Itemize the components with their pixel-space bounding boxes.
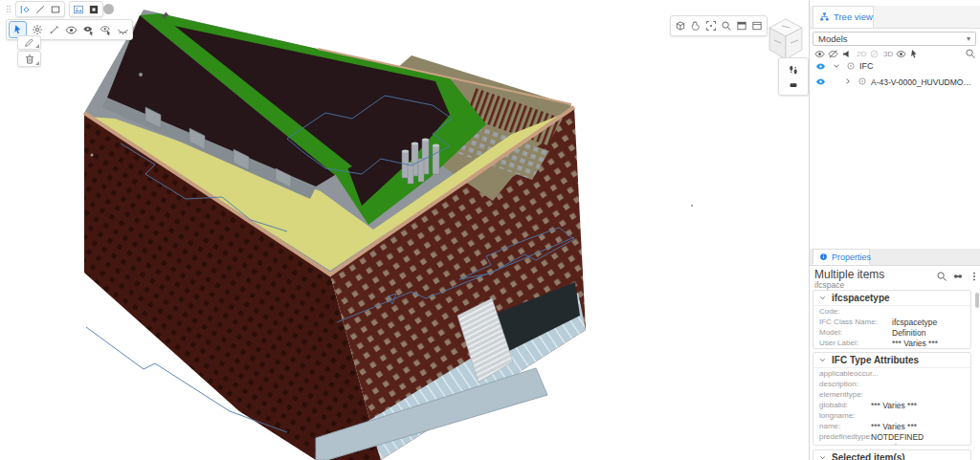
rectangle-tool-icon[interactable] <box>50 4 61 15</box>
property-row: IFC Class Name:ifcspacetype <box>813 317 970 327</box>
select-region-icon[interactable] <box>19 4 31 15</box>
filled-square-icon[interactable] <box>88 4 100 15</box>
pin-icon[interactable] <box>159 11 170 22</box>
building-model-canvas[interactable] <box>0 0 809 460</box>
property-row: name:*** Varies *** <box>813 421 970 431</box>
section-header[interactable]: IFC Type Attributes <box>813 353 970 368</box>
property-row: globalid:*** Varies *** <box>813 400 970 410</box>
trash-icon <box>24 54 35 65</box>
chevron-down-icon <box>818 356 827 364</box>
focus-icon[interactable] <box>705 20 717 32</box>
orbit-icon[interactable] <box>675 20 686 32</box>
properties-title: Multiple items <box>814 268 884 281</box>
chevron-down-icon <box>818 294 827 302</box>
markup-icon[interactable] <box>47 24 61 35</box>
tree-row-ifc[interactable]: IFC <box>810 59 978 74</box>
section-title: Selected item(s) <box>832 452 905 460</box>
property-row: Code: <box>813 306 970 317</box>
megaphone-icon[interactable] <box>841 49 852 59</box>
chevron-right-icon[interactable] <box>843 77 853 86</box>
gear-icon[interactable] <box>30 24 44 35</box>
panel-outline-icon[interactable] <box>751 20 763 32</box>
2d-mode-label[interactable]: 2D <box>857 50 866 58</box>
right-sidebar: Tree view Models ▾ 2D 3D IFC <box>809 0 980 460</box>
3d-eye-icon[interactable] <box>896 49 906 59</box>
property-row: longname: <box>813 410 970 421</box>
pencil-tool-button[interactable] <box>17 35 41 50</box>
snapshot-icon[interactable] <box>787 80 800 90</box>
section-ifcspacetype: ifcspacetype Code: IFC Class Name:ifcspa… <box>813 290 971 349</box>
caret-down-icon: ▾ <box>967 35 970 43</box>
footprints-icon[interactable] <box>787 63 800 77</box>
hide-all-eye-off-icon[interactable] <box>828 49 838 59</box>
section-ifc-type-attributes: IFC Type Attributes applicableoccur... d… <box>813 352 971 446</box>
models-selector-value: Models <box>818 33 848 44</box>
property-row: elementtype: <box>813 389 970 400</box>
bim-viewer-app: Tree view Models ▾ 2D 3D IFC <box>0 0 980 460</box>
property-row: Model:Definition <box>813 327 970 338</box>
tree-node-label[interactable]: A-43-V-0000_HUVUDMODELL_Cluster2x3 (E... <box>871 77 976 87</box>
tree-view-icon <box>819 11 830 22</box>
tree-view-tab-label: Tree view <box>834 11 873 22</box>
eye-closed-icon[interactable] <box>116 24 130 36</box>
line-tool-icon[interactable] <box>34 4 46 15</box>
tree-node-label[interactable]: IFC <box>859 61 874 71</box>
section-title: IFC Type Attributes <box>832 355 919 365</box>
section-header[interactable]: Selected item(s) <box>813 450 970 460</box>
section-header[interactable]: ifcspacetype <box>813 291 970 306</box>
property-row: applicableoccur... <box>813 368 970 379</box>
slash-circle-icon[interactable] <box>869 49 880 59</box>
properties-search-icon[interactable] <box>936 271 947 282</box>
models-selector[interactable]: Models ▾ <box>813 32 976 46</box>
image-tool-icon[interactable] <box>73 4 84 15</box>
pan-hand-icon[interactable] <box>690 20 702 32</box>
trash-tool-button[interactable] <box>17 51 41 67</box>
property-row: User Label:*** Varies *** <box>813 338 970 348</box>
viewpoint-panel-icon[interactable] <box>736 20 747 32</box>
chevron-down-icon <box>818 453 827 460</box>
tree-search-icon[interactable] <box>965 48 976 59</box>
info-icon <box>819 252 828 261</box>
circle-tool-icon[interactable] <box>103 4 114 14</box>
pencil-icon <box>24 37 34 48</box>
properties-subtitle: ifcspace <box>814 280 844 290</box>
binoculars-icon[interactable] <box>952 271 964 282</box>
node-type-icon <box>858 77 867 86</box>
show-eye-icon[interactable] <box>64 24 78 36</box>
tree-row-model[interactable]: A-43-V-0000_HUVUDMODELL_Cluster2x3 (E... <box>810 75 978 89</box>
property-row: predefinedtype:NOTDEFINED <box>813 431 970 442</box>
zoom-icon[interactable] <box>721 20 732 32</box>
tab-properties[interactable]: Properties <box>813 249 870 265</box>
show-selected-eye-icon[interactable] <box>81 24 96 36</box>
property-row: description: <box>813 379 970 389</box>
visibility-eye-icon[interactable] <box>815 61 826 72</box>
3d-mode-label[interactable]: 3D <box>883 50 893 58</box>
visibility-eye-icon[interactable] <box>815 77 826 87</box>
hide-selected-eye-icon[interactable] <box>99 24 113 36</box>
tab-tree-view[interactable]: Tree view <box>813 6 874 28</box>
show-all-eye-icon[interactable] <box>814 49 825 59</box>
properties-tab-label: Properties <box>832 252 871 262</box>
chevron-down-icon[interactable] <box>832 61 841 71</box>
select-pointer-icon[interactable] <box>909 49 920 59</box>
drag-handle-icon[interactable] <box>4 3 13 15</box>
section-title: ifcspacetype <box>832 293 890 303</box>
kebab-menu-icon[interactable] <box>969 271 980 282</box>
node-type-icon <box>846 61 856 71</box>
section-selected-items: Selected item(s) <box>813 449 971 460</box>
properties-scrollbar[interactable] <box>975 293 979 308</box>
3d-viewport[interactable] <box>0 0 809 460</box>
property-row: tag:*** Varies *** <box>813 442 970 446</box>
